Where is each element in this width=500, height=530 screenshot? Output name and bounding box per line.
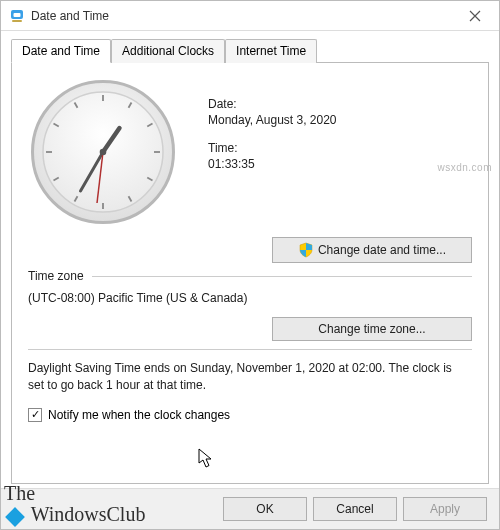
close-button[interactable] xyxy=(453,2,497,30)
shield-icon xyxy=(298,242,314,258)
date-value: Monday, August 3, 2020 xyxy=(208,113,472,127)
datetime-info: Date: Monday, August 3, 2020 Time: 01:33… xyxy=(208,77,472,227)
cancel-button[interactable]: Cancel xyxy=(313,497,397,521)
ok-button[interactable]: OK xyxy=(223,497,307,521)
tab-date-and-time[interactable]: Date and Time xyxy=(11,39,111,63)
dst-text: Daylight Saving Time ends on Sunday, Nov… xyxy=(28,360,458,394)
date-label: Date: xyxy=(208,97,472,111)
notify-label: Notify me when the clock changes xyxy=(48,408,230,422)
timezone-value: (UTC-08:00) Pacific Time (US & Canada) xyxy=(28,291,472,305)
titlebar: Date and Time xyxy=(1,1,499,31)
window-title: Date and Time xyxy=(31,9,453,23)
tab-additional-clocks[interactable]: Additional Clocks xyxy=(111,39,225,63)
tab-internet-time[interactable]: Internet Time xyxy=(225,39,317,63)
window-frame: Date and Time Date and Time Additional C… xyxy=(0,0,500,530)
time-label: Time: xyxy=(208,141,472,155)
change-timezone-label: Change time zone... xyxy=(318,322,425,336)
change-date-time-label: Change date and time... xyxy=(318,243,446,257)
app-icon xyxy=(9,8,25,24)
tab-body: Date: Monday, August 3, 2020 Time: 01:33… xyxy=(11,63,489,484)
watermark-site: wsxdn.com xyxy=(437,162,492,173)
svg-point-20 xyxy=(100,149,107,156)
clock-icon xyxy=(28,77,178,227)
timezone-header-label: Time zone xyxy=(28,269,84,283)
notify-checkbox[interactable]: ✓ xyxy=(28,408,42,422)
content-area: Date and Time Additional Clocks Internet… xyxy=(1,31,499,488)
analog-clock xyxy=(28,77,178,227)
timezone-header: Time zone xyxy=(28,269,472,283)
apply-button[interactable]: Apply xyxy=(403,497,487,521)
svg-rect-1 xyxy=(14,13,21,17)
tab-strip: Date and Time Additional Clocks Internet… xyxy=(11,39,489,63)
time-value: 01:33:35 xyxy=(208,157,472,171)
change-timezone-button[interactable]: Change time zone... xyxy=(272,317,472,341)
watermark-logo: The WindowsClub xyxy=(4,483,145,526)
close-icon xyxy=(469,10,481,22)
change-date-time-button[interactable]: Change date and time... xyxy=(272,237,472,263)
svg-rect-2 xyxy=(12,20,22,22)
